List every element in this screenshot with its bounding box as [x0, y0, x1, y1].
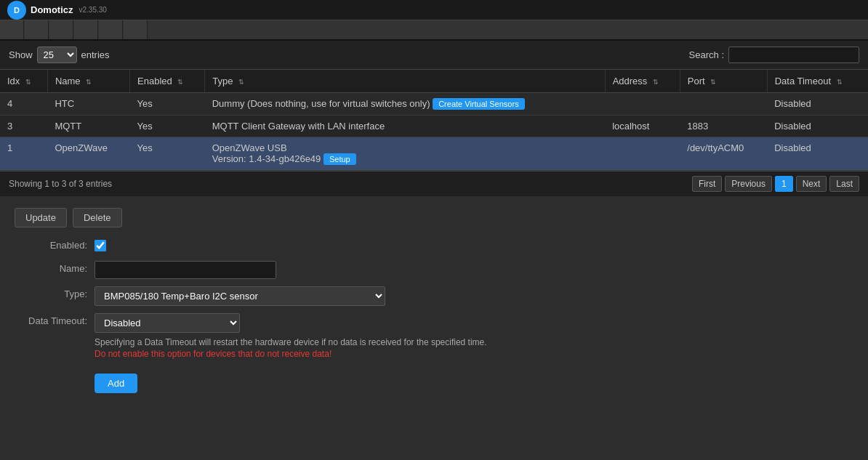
enabled-checkbox[interactable]: [95, 240, 106, 251]
cell-port: [680, 93, 767, 116]
col-address[interactable]: Address ⇅: [605, 70, 680, 93]
sort-arrows-name: ⇅: [86, 78, 92, 86]
cell-address: [605, 93, 680, 116]
first-button[interactable]: First: [692, 176, 722, 192]
cell-type: OpenZWave USB Version: 1.4-34-gb426e49 S…: [205, 137, 605, 171]
cell-port: 1883: [680, 116, 767, 137]
next-button[interactable]: Next: [796, 176, 827, 192]
cell-address: localhost: [605, 116, 680, 137]
table-row[interactable]: 3 MQTT Yes MQTT Client Gateway with LAN …: [0, 116, 868, 137]
cell-port: /dev/ttyACM0: [680, 137, 767, 171]
timeout-hint: Specifying a Data Timeout will restart t…: [95, 337, 545, 347]
top-controls: Show 25 10 50 100 entries Search :: [0, 41, 868, 70]
cell-data-timeout: Disabled: [767, 137, 868, 171]
type-label: Type:: [15, 286, 95, 299]
showing-text: Showing 1 to 3 of 3 entries: [9, 179, 112, 189]
col-enabled[interactable]: Enabled ⇅: [130, 70, 205, 93]
search-input[interactable]: [728, 47, 859, 63]
sort-arrows-enabled: ⇅: [177, 78, 183, 86]
col-name[interactable]: Name ⇅: [47, 70, 129, 93]
data-timeout-label: Data Timeout:: [15, 313, 95, 326]
type-line1: OpenZWave USB: [212, 142, 598, 153]
type-text: Dummy (Does nothing, use for virtual swi…: [212, 98, 433, 109]
timeout-warning: Do not enable this option for devices th…: [95, 349, 853, 359]
last-button[interactable]: Last: [829, 176, 859, 192]
main-content: Show 25 10 50 100 entries Search : Idx ⇅…: [0, 41, 868, 460]
cell-enabled: Yes: [130, 93, 205, 116]
nav-tab-2[interactable]: [25, 20, 49, 39]
delete-button[interactable]: Delete: [73, 208, 122, 227]
col-data-timeout[interactable]: Data Timeout ⇅: [767, 70, 868, 93]
data-timeout-control: Disabled 10 minutes 20 minutes 30 minute…: [95, 313, 853, 359]
entries-label: entries: [81, 49, 110, 60]
nav-tab-1[interactable]: [0, 20, 24, 39]
cell-data-timeout: Disabled: [767, 116, 868, 137]
create-virtual-sensors-button[interactable]: Create Virtual Sensors: [433, 98, 524, 110]
show-entries-area: Show 25 10 50 100 entries: [9, 47, 110, 63]
show-label: Show: [9, 49, 33, 60]
cell-type: Dummy (Does nothing, use for virtual swi…: [205, 93, 605, 116]
col-type[interactable]: Type ⇅: [205, 70, 605, 93]
cell-data-timeout: Disabled: [767, 93, 868, 116]
cell-name: HTC: [47, 93, 129, 116]
type-line2: Version: 1.4-34-gb426e49 Setup: [212, 153, 598, 165]
nav-tab-3[interactable]: [49, 20, 73, 39]
data-timeout-row: Data Timeout: Disabled 10 minutes 20 min…: [15, 313, 853, 359]
pagination-bar: Showing 1 to 3 of 3 entries First Previo…: [0, 171, 868, 196]
nav-tab-5[interactable]: [99, 20, 123, 39]
form-area: Update Delete Enabled: Name: Type: BMP08…: [0, 196, 868, 408]
name-row: Name:: [15, 261, 853, 279]
nav-tab-6[interactable]: [124, 20, 148, 39]
header-bar: D Domoticz v2.35.30: [0, 0, 868, 20]
name-input[interactable]: [95, 261, 276, 279]
col-idx[interactable]: Idx ⇅: [0, 70, 47, 93]
update-button[interactable]: Update: [15, 208, 67, 227]
cell-type: MQTT Client Gateway with LAN interface: [205, 116, 605, 137]
logo-icon: D: [7, 1, 26, 20]
sort-arrows-type: ⇅: [238, 78, 244, 86]
add-button[interactable]: Add: [95, 374, 137, 393]
setup-button[interactable]: Setup: [324, 153, 356, 165]
sort-arrows-address: ⇅: [653, 78, 659, 86]
search-label: Search :: [689, 49, 724, 60]
cell-idx: 4: [0, 93, 47, 116]
nav-tab-4[interactable]: [74, 20, 98, 39]
cell-address: [605, 137, 680, 171]
cell-name: MQTT: [47, 116, 129, 137]
type-select[interactable]: BMP085/180 Temp+Baro I2C sensor Dummy (D…: [95, 286, 385, 306]
sort-arrows-idx: ⇅: [25, 78, 31, 86]
cell-enabled: Yes: [130, 137, 205, 171]
logo-text: Domoticz: [31, 4, 73, 15]
version-text: v2.35.30: [79, 6, 107, 14]
type-row: Type: BMP085/180 Temp+Baro I2C sensor Du…: [15, 286, 853, 306]
entries-select[interactable]: 25 10 50 100: [37, 47, 77, 63]
enabled-control: [95, 238, 853, 254]
enabled-label: Enabled:: [15, 238, 95, 251]
sort-arrows-port: ⇅: [710, 78, 716, 86]
nav-tabs-bar: [0, 20, 868, 41]
previous-button[interactable]: Previous: [725, 176, 772, 192]
hardware-table: Idx ⇅ Name ⇅ Enabled ⇅ Type ⇅ Address ⇅ …: [0, 70, 868, 171]
table-header-row: Idx ⇅ Name ⇅ Enabled ⇅ Type ⇅ Address ⇅ …: [0, 70, 868, 93]
search-area: Search :: [689, 47, 859, 63]
cell-idx: 1: [0, 137, 47, 171]
cell-idx: 3: [0, 116, 47, 137]
cell-name: OpenZWave: [47, 137, 129, 171]
enabled-row: Enabled:: [15, 238, 853, 254]
name-control: [95, 261, 853, 279]
table-row[interactable]: 4 HTC Yes Dummy (Does nothing, use for v…: [0, 93, 868, 116]
data-timeout-select[interactable]: Disabled 10 minutes 20 minutes 30 minute…: [95, 313, 240, 333]
logo: D Domoticz v2.35.30: [7, 1, 107, 20]
type-control: BMP085/180 Temp+Baro I2C sensor Dummy (D…: [95, 286, 853, 306]
cell-enabled: Yes: [130, 116, 205, 137]
sort-arrows-timeout: ⇅: [837, 78, 843, 86]
col-port[interactable]: Port ⇅: [680, 70, 767, 93]
form-actions: Update Delete: [15, 208, 853, 227]
table-row[interactable]: 1 OpenZWave Yes OpenZWave USB Version: 1…: [0, 137, 868, 171]
pagination-controls: First Previous 1 Next Last: [692, 176, 859, 192]
name-label: Name:: [15, 261, 95, 274]
page-1-button[interactable]: 1: [775, 176, 793, 192]
